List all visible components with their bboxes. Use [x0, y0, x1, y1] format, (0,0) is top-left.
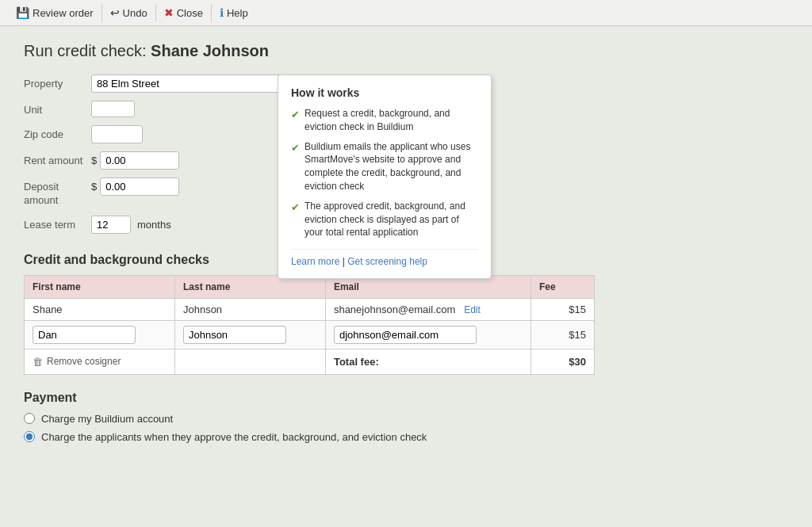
help-icon: ℹ [220, 6, 224, 19]
payment-option-buildium-label: Charge my Buildium account [41, 413, 173, 425]
payment-option-applicants-label: Charge the applicants when they approve … [41, 431, 427, 443]
trash-icon: 🗑 [33, 356, 43, 368]
how-it-works-item-1: ✔ Request a credit, background, and evic… [291, 107, 478, 134]
row2-first-name-input[interactable] [33, 326, 136, 344]
remove-cosigner-cell: 🗑 Remove cosigner [25, 349, 175, 374]
empty-cell-1 [174, 349, 325, 374]
deposit-label: Deposit amount [24, 178, 91, 208]
lease-label: Lease term [24, 216, 91, 231]
deposit-input-group: $ [91, 178, 179, 196]
payment-option-applicants: Charge the applicants when they approve … [24, 431, 595, 443]
save-icon: 💾 [16, 6, 29, 19]
close-button[interactable]: ✖ Close [156, 4, 212, 21]
lease-input-group: months [91, 216, 171, 234]
form-section: Property 88 Elm Street Unit Zip code Ren… [24, 74, 595, 234]
row1-edit-email-link[interactable]: Edit [464, 304, 481, 315]
zip-input[interactable] [91, 125, 143, 143]
how-it-works-item-3: ✔ The approved credit, background, and e… [291, 200, 478, 239]
row2-email-cell [325, 320, 530, 349]
table-row: Shane Johnson shanejohnson@email.com Edi… [25, 298, 595, 320]
row1-email-address: shanejohnson@email.com [334, 304, 455, 315]
property-label: Property [24, 74, 91, 90]
how-it-works-item-2: ✔ Buildium emails the applicant who uses… [291, 140, 478, 193]
main-content: Run credit check: Shane Johnson Property… [0, 26, 619, 465]
row2-email-input[interactable] [334, 326, 477, 344]
total-fee-amount: $30 [569, 356, 586, 368]
undo-icon: ↩ [110, 6, 120, 19]
close-icon: ✖ [164, 6, 174, 19]
col-fee: Fee [531, 275, 595, 298]
months-label: months [137, 219, 171, 231]
rent-label: Rent amount [24, 151, 91, 168]
total-fee-cell: $30 [531, 349, 595, 374]
payment-radio-applicants[interactable] [24, 431, 35, 442]
undo-button[interactable]: ↩ Undo [102, 4, 156, 21]
checks-table: First name Last name Email Fee Shane Joh… [24, 275, 595, 375]
lease-input[interactable] [91, 216, 131, 234]
check-icon-3: ✔ [291, 200, 300, 239]
total-fee-label-cell: Total fee: [325, 349, 530, 374]
learn-more-link[interactable]: Learn more [291, 256, 339, 267]
payment-section: Payment Charge my Buildium account Charg… [24, 391, 595, 443]
how-it-works-title: How it works [291, 86, 478, 99]
remove-cosigner-row: 🗑 Remove cosigner Total fee: $30 [25, 349, 595, 374]
page-title: Run credit check: Shane Johnson [24, 42, 595, 60]
total-fee-label: Total fee: [334, 356, 379, 368]
unit-label: Unit [24, 101, 91, 116]
get-screening-help-link[interactable]: Get screening help [347, 256, 427, 267]
table-row: $15 [25, 320, 595, 349]
row1-first-name: Shane [25, 298, 175, 320]
row1-fee: $15 [531, 298, 595, 320]
deposit-dollar-sign: $ [91, 181, 97, 193]
help-button[interactable]: ℹ Help [212, 4, 256, 21]
remove-cosigner-button[interactable]: 🗑 Remove cosigner [33, 354, 121, 369]
payment-title: Payment [24, 391, 595, 405]
how-it-works-popup: How it works ✔ Request a credit, backgro… [278, 74, 492, 279]
row2-fee: $15 [531, 320, 595, 349]
check-icon-1: ✔ [291, 108, 300, 134]
col-first-name: First name [25, 275, 175, 298]
toolbar: 💾 Review order ↩ Undo ✖ Close ℹ Help [0, 0, 812, 26]
unit-input[interactable] [91, 101, 135, 117]
row1-last-name: Johnson [174, 298, 325, 320]
payment-option-buildium: Charge my Buildium account [24, 413, 595, 425]
rent-input-group: $ [91, 151, 179, 170]
how-it-works-list: ✔ Request a credit, background, and evic… [291, 107, 478, 239]
payment-radio-buildium[interactable] [24, 413, 35, 424]
row1-email: shanejohnson@email.com Edit [325, 298, 530, 320]
row2-first-name-cell [25, 320, 175, 349]
zip-label: Zip code [24, 125, 91, 142]
check-icon-2: ✔ [291, 141, 300, 193]
deposit-input[interactable] [100, 178, 179, 196]
rent-input[interactable] [100, 151, 179, 170]
rent-dollar-sign: $ [91, 155, 97, 166]
row2-last-name-input[interactable] [183, 326, 286, 344]
review-order-button[interactable]: 💾 Review order [8, 4, 102, 21]
row2-last-name-cell [174, 320, 325, 349]
how-it-works-links: Learn more | Get screening help [291, 249, 478, 267]
